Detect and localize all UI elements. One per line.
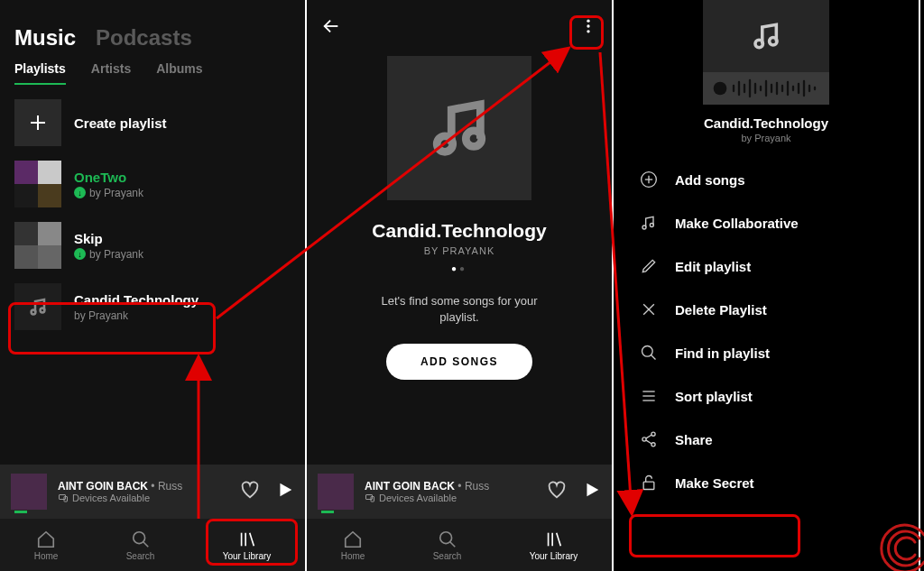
menu-share[interactable]: Share xyxy=(614,418,919,461)
playlist-title: Candid.Technology xyxy=(614,115,919,131)
bottom-nav: Home Search Your Library xyxy=(307,519,612,571)
playlist-row-onetwo[interactable]: OneTwo ↓ by Prayank xyxy=(0,153,305,215)
nav-home-label: Home xyxy=(34,551,59,561)
playlist-art-placeholder xyxy=(14,283,61,330)
playlist-empty-message: Let's find some songs for yourplaylist. xyxy=(307,293,612,326)
menu-find-in-playlist[interactable]: Find in playlist xyxy=(614,331,919,374)
more-icon[interactable] xyxy=(579,17,597,39)
nav-library-label: Your Library xyxy=(530,551,578,561)
nav-search-label: Search xyxy=(433,551,462,561)
menu-label: Find in playlist xyxy=(675,345,770,361)
now-playing-bar[interactable]: AINT GOIN BACK • Russ Devices Available xyxy=(307,465,612,519)
devices-label: Devices Available xyxy=(379,493,457,503)
tab-music[interactable]: Music xyxy=(14,25,76,51)
menu-label: Add songs xyxy=(675,172,745,188)
now-playing-text: AINT GOIN BACK • Russ Devices Available xyxy=(365,480,536,503)
nav-search[interactable]: Search xyxy=(433,530,462,561)
menu-make-secret[interactable]: Make Secret xyxy=(614,461,919,504)
subtab-playlists[interactable]: Playlists xyxy=(14,61,66,85)
svg-line-10 xyxy=(249,532,254,546)
menu-add-songs[interactable]: Add songs xyxy=(614,158,919,201)
library-sub-tabs: Playlists Artists Albums xyxy=(0,61,305,92)
create-playlist-row[interactable]: Create playlist xyxy=(0,92,305,153)
playlist-row-candid[interactable]: Candid.Technology by Prayank xyxy=(0,276,305,337)
devices-available[interactable]: Devices Available xyxy=(365,493,536,503)
svg-point-3 xyxy=(41,309,45,313)
playlist-author: BY PRAYANK xyxy=(307,245,612,256)
plus-circle-icon xyxy=(639,170,659,189)
svg-line-58 xyxy=(646,435,652,438)
nav-library[interactable]: Your Library xyxy=(223,530,272,561)
playlist-options-menu: Candid.Technology by Prayank Add songs M… xyxy=(614,0,920,571)
svg-point-47 xyxy=(650,224,653,227)
bottom-nav: Home Search Your Library xyxy=(0,519,305,571)
svg-line-59 xyxy=(646,440,652,444)
now-playing-text: AINT GOIN BACK • Russ Devices Available xyxy=(58,480,229,503)
options-menu: Add songs Make Collaborative Edit playli… xyxy=(614,158,919,504)
playlist-name: Skip xyxy=(74,231,143,246)
add-songs-button[interactable]: ADD SONGS xyxy=(386,344,532,380)
create-playlist-label: Create playlist xyxy=(74,115,167,131)
playlist-screen: Candid.Technology BY PRAYANK ●● Let's fi… xyxy=(307,0,614,571)
nav-home[interactable]: Home xyxy=(34,530,59,561)
nav-library-label: Your Library xyxy=(223,551,272,561)
svg-point-2 xyxy=(32,310,36,315)
playlist-name: Candid.Technology xyxy=(74,292,199,308)
svg-point-14 xyxy=(587,30,589,32)
play-icon[interactable] xyxy=(581,480,601,503)
nav-library[interactable]: Your Library xyxy=(530,530,578,561)
back-icon[interactable] xyxy=(321,16,341,40)
search-icon xyxy=(639,343,659,363)
now-playing-art xyxy=(318,474,354,510)
spotify-code[interactable] xyxy=(703,72,829,105)
svg-line-20 xyxy=(449,541,455,547)
menu-label: Make Collaborative xyxy=(675,216,799,231)
menu-sort-playlist[interactable]: Sort playlist xyxy=(614,374,919,418)
downloaded-icon: ↓ xyxy=(74,187,86,198)
playlist-row-skip[interactable]: Skip ↓ by Prayank xyxy=(0,215,305,276)
nav-search[interactable]: Search xyxy=(126,530,155,561)
svg-point-12 xyxy=(587,20,589,23)
lock-open-icon xyxy=(639,473,659,493)
now-playing-art xyxy=(11,474,47,510)
menu-edit-playlist[interactable]: Edit playlist xyxy=(614,244,919,288)
menu-label: Edit playlist xyxy=(675,259,751,274)
nav-home-label: Home xyxy=(341,551,365,561)
subtab-artists[interactable]: Artists xyxy=(91,61,131,85)
playlist-art xyxy=(14,222,61,269)
now-playing-artist: Russ xyxy=(465,480,489,493)
like-icon[interactable] xyxy=(240,480,260,503)
now-playing-title: AINT GOIN BACK xyxy=(365,480,455,493)
downloaded-icon: ↓ xyxy=(74,248,86,260)
menu-delete-playlist[interactable]: Delete Playlist xyxy=(614,288,919,331)
svg-point-24 xyxy=(755,40,763,48)
svg-line-7 xyxy=(143,541,148,547)
like-icon[interactable] xyxy=(547,480,567,503)
play-icon[interactable] xyxy=(274,480,294,503)
svg-point-26 xyxy=(714,82,727,96)
svg-line-51 xyxy=(651,355,656,360)
tab-podcasts[interactable]: Podcasts xyxy=(96,25,192,51)
playlist-by: by Prayank xyxy=(89,187,143,199)
now-playing-title: AINT GOIN BACK xyxy=(58,480,148,493)
svg-point-16 xyxy=(466,131,482,147)
share-icon xyxy=(639,429,659,449)
svg-rect-60 xyxy=(643,482,654,489)
library-screen: Music Podcasts Playlists Artists Albums … xyxy=(0,0,307,571)
svg-line-23 xyxy=(556,532,560,546)
svg-point-50 xyxy=(642,346,653,357)
playlist-cover-placeholder xyxy=(387,56,531,200)
devices-label: Devices Available xyxy=(72,493,150,503)
sort-icon xyxy=(639,386,659,406)
subtab-albums[interactable]: Albums xyxy=(156,61,202,85)
devices-available[interactable]: Devices Available xyxy=(58,493,229,503)
menu-label: Delete Playlist xyxy=(675,302,767,318)
nav-home[interactable]: Home xyxy=(341,530,365,561)
now-playing-bar[interactable]: AINT GOIN BACK • Russ Devices Available xyxy=(0,465,305,519)
brand-logo-icon xyxy=(879,519,924,571)
svg-point-13 xyxy=(587,24,589,27)
playlist-art-small xyxy=(703,0,829,72)
menu-make-collaborative[interactable]: Make Collaborative xyxy=(614,201,919,244)
music-note-icon xyxy=(639,213,659,233)
playlist-sub: ↓ by Prayank xyxy=(74,248,143,261)
